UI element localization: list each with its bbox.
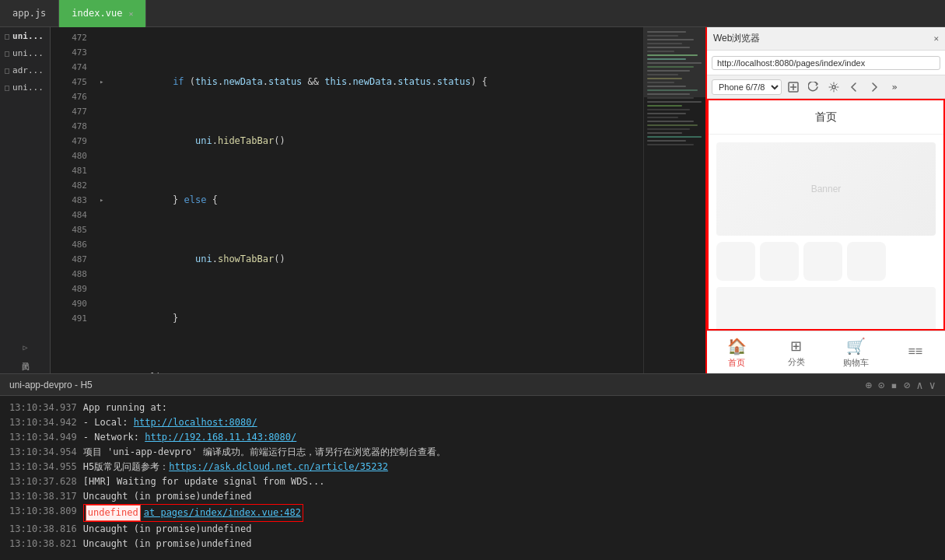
- sidebar-item-adr[interactable]: □ adr...: [0, 61, 50, 79]
- terminal-line-5: 13:10:34.955 H5版常见问题参考：https://ask.dclou…: [9, 460, 936, 474]
- code-line-474: ▸ } else {: [100, 193, 643, 208]
- address-input[interactable]: [712, 56, 940, 70]
- error-box: undefined at pages/index/index.vue:482: [83, 504, 303, 522]
- local-link[interactable]: http://localhost:8080/: [134, 417, 257, 428]
- settings-btn[interactable]: [825, 79, 842, 96]
- terminal-split-btn[interactable]: ⊙: [878, 379, 884, 391]
- code-line-473: ▸ uni.hideTabBar(): [100, 134, 643, 149]
- mobile-page-title: 首页: [815, 110, 837, 124]
- sidebar-label-uni3: uni...: [12, 82, 44, 93]
- browser-panel: Web浏览器 ✕ Phone 6/7/8 iPhone X iPad Deskt…: [705, 27, 945, 373]
- terminal-content: 13:10:34.937 App running at: 13:10:34.94…: [0, 396, 945, 560]
- device-select[interactable]: Phone 6/7/8 iPhone X iPad Desktop: [712, 79, 782, 95]
- nav-home-label: 首页: [728, 357, 745, 369]
- nav-category[interactable]: ⊞ 分类: [767, 338, 827, 368]
- terminal-area: uni-app-devpro - H5 ⊕ ⊙ ▪ ⊘ ∧ ∨ 13:10:34…: [0, 373, 945, 560]
- nav-home[interactable]: 🏠 首页: [707, 337, 767, 369]
- tab-indexvue-label: index.vue: [72, 8, 122, 19]
- svg-rect-31: [644, 27, 705, 97]
- file-icon: □: [5, 32, 9, 40]
- file-icon-2: □: [5, 49, 9, 58]
- terminal-title: uni-app-devpro - H5: [9, 380, 93, 390]
- code-line-472: ▸ if (this.newData.status && this.newDat…: [100, 75, 643, 89]
- tab-appjs[interactable]: app.js: [0, 0, 59, 27]
- forward-icon: [869, 82, 880, 93]
- file-icon-4: □: [5, 83, 9, 92]
- terminal-scroll-up-btn[interactable]: ∧: [916, 379, 922, 391]
- refresh-btn[interactable]: [805, 79, 822, 96]
- mobile-preview: 首页 Banner: [709, 100, 943, 329]
- h5-faq-link[interactable]: https://ask.dcloud.net.cn/article/35232: [169, 461, 388, 472]
- back-btn[interactable]: [845, 79, 863, 96]
- mobile-navbar: 🏠 首页 ⊞ 分类 🛒 购物车 ≡≡: [707, 331, 945, 373]
- terminal-line-6: 13:10:37.628 [HMR] Waiting for update si…: [9, 474, 936, 489]
- more-btn[interactable]: »: [886, 79, 903, 96]
- browser-addressbar: [707, 51, 945, 75]
- browser-title: Web浏览器: [713, 32, 930, 45]
- svg-rect-22: [647, 113, 686, 114]
- sidebar-label-uni2: uni...: [12, 48, 44, 58]
- svg-rect-21: [647, 109, 690, 110]
- sidebar-collapsed[interactable]: ▷ 已关闭: [0, 327, 50, 373]
- nav-cart-label: 购物车: [843, 357, 869, 369]
- sidebar-item-uni2[interactable]: □ uni...: [0, 44, 50, 61]
- svg-rect-28: [647, 136, 702, 138]
- cart-icon: 🛒: [846, 337, 866, 355]
- fold-474[interactable]: ▸: [100, 193, 103, 208]
- error-location-link[interactable]: at pages/index/index.vue:482: [144, 506, 301, 520]
- terminal-line-1: 13:10:34.937 App running at:: [9, 401, 936, 415]
- mobile-section: [716, 287, 936, 329]
- tab-bar: app.js index.vue ✕: [0, 0, 945, 27]
- settings-icon: [828, 82, 839, 93]
- new-tab-icon: [788, 82, 799, 93]
- svg-rect-18: [647, 97, 694, 99]
- code-line-476: ▸ }: [100, 311, 643, 326]
- code-content[interactable]: ▸ if (this.newData.status && this.newDat…: [93, 27, 643, 373]
- mobile-icons-row: [716, 242, 936, 281]
- svg-rect-23: [647, 117, 678, 118]
- browser-close-icon[interactable]: ✕: [933, 33, 939, 44]
- new-tab-btn[interactable]: [785, 79, 802, 96]
- network-link[interactable]: http://192.168.11.143:8080/: [145, 432, 296, 443]
- editor-area: 472 473 474 475 476 477 478 479 480 481 …: [51, 27, 705, 373]
- terminal-scroll-down-btn[interactable]: ∨: [929, 379, 936, 391]
- more-nav-icon: ≡≡: [908, 345, 922, 359]
- terminal-line-9: 13:10:38.816 Uncaught (in promise)undefi…: [9, 522, 936, 537]
- svg-rect-29: [647, 140, 686, 142]
- terminal-clear-btn[interactable]: ⊘: [904, 379, 910, 391]
- tab-appjs-label: app.js: [12, 8, 46, 19]
- browser-titlebar: Web浏览器 ✕: [707, 27, 945, 51]
- minimap-svg: [644, 27, 705, 338]
- file-icon-3: □: [5, 66, 9, 75]
- terminal-header: uni-app-devpro - H5 ⊕ ⊙ ▪ ⊘ ∧ ∨: [0, 374, 945, 396]
- browser-toolbar: Phone 6/7/8 iPhone X iPad Desktop: [707, 75, 945, 99]
- nav-cart[interactable]: 🛒 购物车: [826, 337, 886, 369]
- svg-rect-20: [647, 105, 682, 107]
- sidebar-item-uni3[interactable]: □ uni...: [0, 79, 50, 96]
- home-icon: 🏠: [727, 337, 747, 355]
- back-icon: [849, 82, 859, 93]
- terminal-new-btn[interactable]: ⊕: [865, 379, 871, 391]
- main-area: □ uni... □ uni... □ adr... □ uni... ▷ 已关…: [0, 27, 945, 373]
- tab-indexvue[interactable]: index.vue ✕: [59, 0, 146, 27]
- close-tab-icon[interactable]: ✕: [128, 9, 133, 18]
- category-icon: ⊞: [790, 338, 802, 355]
- line-numbers: 472 473 474 475 476 477 478 479 480 481 …: [51, 27, 93, 373]
- code-line-477: ▸ }): [100, 370, 643, 373]
- svg-rect-27: [647, 132, 682, 134]
- terminal-line-7: 13:10:38.317 Uncaught (in promise)undefi…: [9, 489, 936, 504]
- sidebar-item-uni1[interactable]: □ uni...: [0, 27, 50, 44]
- svg-rect-26: [647, 128, 690, 130]
- fold-472[interactable]: ▸: [100, 75, 103, 89]
- nav-more[interactable]: ≡≡: [886, 345, 946, 360]
- browser-content: 首页 Banner: [707, 99, 945, 331]
- forward-btn[interactable]: [866, 79, 883, 96]
- svg-rect-19: [647, 101, 702, 103]
- terminal-kill-btn[interactable]: ▪: [891, 379, 897, 391]
- sidebar: □ uni... □ uni... □ adr... □ uni... ▷ 已关…: [0, 27, 51, 373]
- sidebar-label-uni1: uni...: [12, 31, 44, 41]
- svg-rect-24: [647, 121, 694, 122]
- minimap: [643, 27, 705, 373]
- terminal-line-3: 13:10:34.949 - Network: http://192.168.1…: [9, 430, 936, 445]
- mobile-banner: Banner: [716, 142, 936, 236]
